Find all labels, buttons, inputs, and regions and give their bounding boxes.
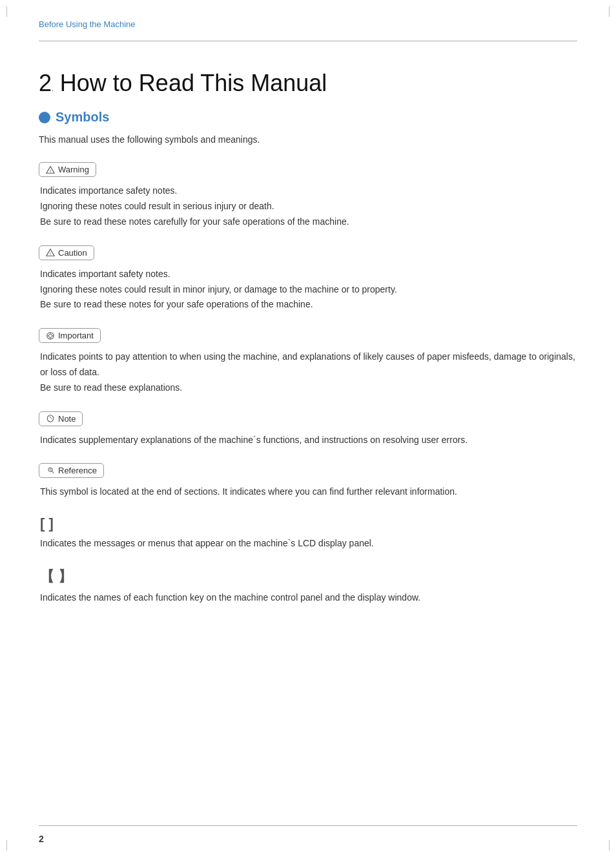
symbol-block-important: Important Indicates points to pay attent…	[39, 328, 577, 395]
note-desc: Indicates supplementary explanations of …	[40, 433, 577, 448]
warning-desc: Indicates importance safety notes. Ignor…	[40, 183, 577, 229]
reference-label: Reference	[58, 466, 97, 475]
caution-desc: Indicates important safety notes. Ignori…	[40, 267, 577, 313]
bold-bracket-symbol: 【 】	[40, 567, 577, 586]
square-bracket-desc: Indicates the messages or menus that app…	[40, 536, 577, 552]
symbol-block-bold-bracket: 【 】 Indicates the names of each function…	[39, 567, 577, 606]
note-badge: Note	[39, 411, 83, 426]
warning-label: Warning	[58, 165, 89, 174]
warning-badge: ! Warning	[39, 162, 96, 177]
symbol-block-note: Note Indicates supplementary explanation…	[39, 411, 577, 448]
reference-icon	[46, 466, 55, 475]
chapter-title: How to Read This Manual	[60, 70, 327, 97]
important-label: Important	[58, 331, 94, 340]
corner-tl	[6, 6, 17, 17]
section-heading: Symbols	[39, 110, 577, 125]
symbol-block-square-bracket: [ ] Indicates the messages or menus that…	[39, 515, 577, 552]
svg-line-14	[52, 471, 54, 473]
svg-text:!: !	[50, 251, 51, 256]
corner-tr	[599, 6, 610, 17]
square-bracket-symbol: [ ]	[40, 515, 577, 532]
section-intro: This manual uses the following symbols a…	[39, 132, 577, 147]
caution-badge: ! Caution	[39, 245, 94, 260]
footer-page-number: 2	[0, 826, 616, 857]
section-dot-icon	[39, 112, 50, 123]
svg-point-10	[47, 415, 54, 422]
chapter-heading: 2. How to Read This Manual	[39, 70, 577, 97]
main-content: 2. How to Read This Manual Symbols This …	[0, 41, 616, 660]
symbol-block-caution: ! Caution Indicates important safety not…	[39, 245, 577, 313]
note-label: Note	[58, 414, 76, 424]
svg-point-5	[48, 334, 52, 337]
chapter-number: 2.	[39, 70, 54, 97]
bold-bracket-desc: Indicates the names of each function key…	[40, 590, 577, 606]
important-badge: Important	[39, 328, 101, 343]
footer: 2	[0, 825, 616, 857]
important-icon	[46, 331, 55, 340]
svg-text:!: !	[50, 169, 51, 173]
note-icon	[46, 414, 55, 423]
page-container: Before Using the Machine 2. How to Read …	[0, 0, 616, 857]
header-section: Before Using the Machine	[0, 0, 616, 41]
symbol-block-warning: ! Warning Indicates importance safety no…	[39, 162, 577, 229]
breadcrumb: Before Using the Machine	[39, 19, 577, 29]
caution-icon: !	[46, 248, 55, 257]
svg-line-11	[49, 417, 52, 419]
caution-label: Caution	[58, 248, 87, 258]
symbol-block-reference: Reference This symbol is located at the …	[39, 463, 577, 500]
reference-desc: This symbol is located at the end of sec…	[40, 484, 577, 500]
warning-icon: !	[46, 165, 55, 174]
section-title: Symbols	[56, 110, 109, 125]
reference-badge: Reference	[39, 463, 104, 478]
important-desc: Indicates points to pay attention to whe…	[40, 349, 577, 395]
